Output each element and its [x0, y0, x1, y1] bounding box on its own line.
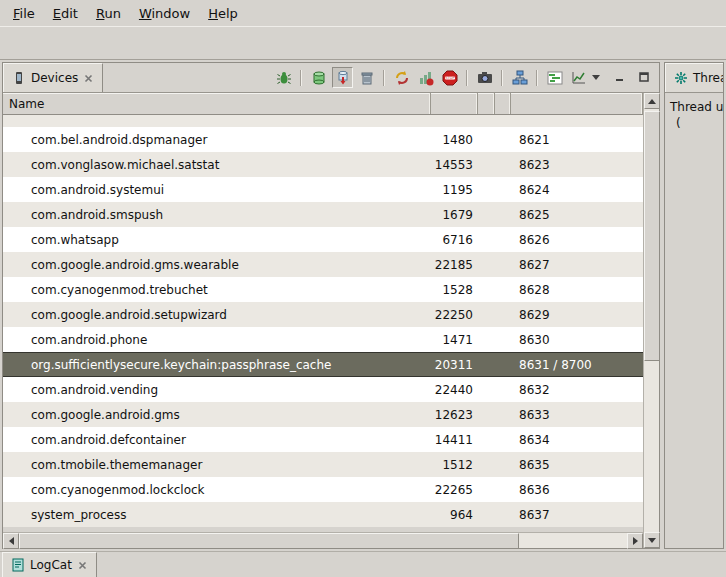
- toolbar-separator: [536, 70, 538, 86]
- table-row[interactable]: com.tmobile.thememanager 1512 8635: [3, 452, 643, 477]
- menu-run[interactable]: Run: [87, 2, 130, 25]
- table-row[interactable]: com.google.android.gms.wearable 22185 86…: [3, 252, 643, 277]
- start-opengl-trace-button[interactable]: [568, 67, 589, 88]
- stop-process-button[interactable]: STOP: [439, 67, 460, 88]
- process-port: 8624: [511, 183, 643, 197]
- column-header-name[interactable]: Name: [3, 93, 431, 114]
- process-port: 8637: [511, 508, 643, 522]
- process-pid: 1512: [431, 458, 478, 472]
- process-pid: 22265: [431, 483, 478, 497]
- table-row[interactable]: com.google.android.gms 12623 8633: [3, 402, 643, 427]
- threads-message-line1: Thread up: [670, 99, 718, 115]
- screen-capture-button[interactable]: [474, 67, 495, 88]
- process-port: 8627: [511, 258, 643, 272]
- table-row[interactable]: com.android.vending 22440 8632: [3, 377, 643, 402]
- table-row[interactable]: com.cyanogenmod.lockclock 22265 8636: [3, 477, 643, 502]
- process-port: 8635: [511, 458, 643, 472]
- vertical-scrollbar[interactable]: [643, 93, 659, 548]
- arrow-left-icon: [9, 537, 14, 545]
- close-icon[interactable]: [77, 560, 88, 571]
- scroll-up-button[interactable]: [644, 93, 660, 109]
- process-port: 8626: [511, 233, 643, 247]
- cause-gc-button[interactable]: [356, 67, 377, 88]
- capture-systrace-icon: [547, 70, 563, 86]
- process-name: com.google.android.setupwizard: [3, 308, 431, 322]
- capture-systrace-button[interactable]: [544, 67, 565, 88]
- table-row[interactable]: com.android.phone 1471 8630: [3, 327, 643, 352]
- process-port: 8634: [511, 433, 643, 447]
- logcat-bar: LogCat: [0, 551, 726, 577]
- debug-process-button[interactable]: [273, 67, 294, 88]
- process-port: 8621: [511, 133, 643, 147]
- table-row[interactable]: system_process 964 8637: [3, 502, 643, 527]
- maximize-button[interactable]: [637, 71, 651, 83]
- column-header-pid[interactable]: [431, 93, 478, 114]
- menu-help[interactable]: Help: [199, 2, 247, 25]
- dump-hprof-button[interactable]: [332, 67, 353, 88]
- process-name: com.google.android.gms.wearable: [3, 258, 431, 272]
- svg-text:STOP: STOP: [445, 76, 454, 80]
- arrow-down-icon: [648, 538, 656, 543]
- process-port: 8625: [511, 208, 643, 222]
- process-name: com.android.defcontainer: [3, 433, 431, 447]
- close-icon[interactable]: [83, 73, 94, 84]
- devices-view: Devices STOP: [2, 62, 660, 549]
- debug-process-icon: [276, 70, 292, 86]
- column-header-port[interactable]: [511, 93, 643, 114]
- menu-edit[interactable]: Edit: [44, 2, 87, 25]
- table-row-partial: [3, 115, 643, 127]
- devices-toolbar: STOP: [273, 67, 589, 88]
- process-name: com.vonglasow.michael.satstat: [3, 158, 431, 172]
- table-row[interactable]: com.whatsapp 6716 8626: [3, 227, 643, 252]
- scroll-left-button[interactable]: [3, 533, 19, 549]
- tab-devices[interactable]: Devices: [3, 63, 103, 92]
- process-name: com.android.systemui: [3, 183, 431, 197]
- table-row-selected[interactable]: org.sufficientlysecure.keychain:passphra…: [3, 352, 643, 377]
- table-row[interactable]: com.vonglasow.michael.satstat 14553 8623: [3, 152, 643, 177]
- threads-message: Thread up (: [665, 93, 723, 137]
- threads-tabbar: Threads: [665, 63, 723, 93]
- table-row[interactable]: com.android.systemui 1195 8624: [3, 177, 643, 202]
- tab-threads[interactable]: Threads: [665, 63, 724, 92]
- minimize-button[interactable]: [613, 71, 627, 83]
- horizontal-scrollbar-thumb[interactable]: [19, 533, 519, 549]
- process-name: system_process: [3, 508, 431, 522]
- vertical-scrollbar-thumb[interactable]: [644, 111, 660, 361]
- start-method-profiling-button[interactable]: [415, 67, 436, 88]
- maximize-icon: [639, 72, 649, 82]
- dump-view-hierarchy-icon: [512, 70, 528, 86]
- update-threads-button[interactable]: [391, 67, 412, 88]
- start-opengl-trace-icon: [571, 70, 587, 86]
- process-pid: 964: [431, 508, 478, 522]
- process-port: 8631 / 8700: [511, 358, 643, 372]
- table-row[interactable]: com.cyanogenmod.trebuchet 1528 8628: [3, 277, 643, 302]
- tab-logcat[interactable]: LogCat: [2, 552, 97, 577]
- table-row[interactable]: com.bel.android.dspmanager 1480 8621: [3, 127, 643, 152]
- update-heap-icon: [311, 70, 327, 86]
- column-header-3[interactable]: [495, 93, 511, 114]
- dump-view-hierarchy-button[interactable]: [509, 67, 530, 88]
- process-name: com.tmobile.thememanager: [3, 458, 431, 472]
- start-method-profiling-icon: [418, 70, 434, 86]
- process-port: 8630: [511, 333, 643, 347]
- process-pid: 6716: [431, 233, 478, 247]
- view-menu-button[interactable]: [589, 71, 603, 83]
- toolbar-separator: [300, 70, 302, 86]
- process-pid: 22185: [431, 258, 478, 272]
- column-header-2[interactable]: [478, 93, 495, 114]
- table-row[interactable]: com.android.defcontainer 14411 8634: [3, 427, 643, 452]
- table-row[interactable]: com.google.android.setupwizard 22250 862…: [3, 302, 643, 327]
- process-table-body: com.bel.android.dspmanager 1480 8621 com…: [3, 115, 643, 532]
- process-pid: 1528: [431, 283, 478, 297]
- toolbar-separator: [501, 70, 503, 86]
- update-heap-button[interactable]: [308, 67, 329, 88]
- scroll-down-button[interactable]: [644, 532, 660, 548]
- menubar: File Edit Run Window Help: [0, 0, 726, 26]
- view-menu-icon: [591, 73, 601, 81]
- table-row[interactable]: com.android.smspush 1679 8625: [3, 202, 643, 227]
- process-port: 8636: [511, 483, 643, 497]
- menu-file[interactable]: File: [4, 2, 44, 25]
- horizontal-scrollbar[interactable]: [3, 532, 643, 548]
- scroll-right-button[interactable]: [627, 533, 643, 549]
- menu-window[interactable]: Window: [130, 2, 199, 25]
